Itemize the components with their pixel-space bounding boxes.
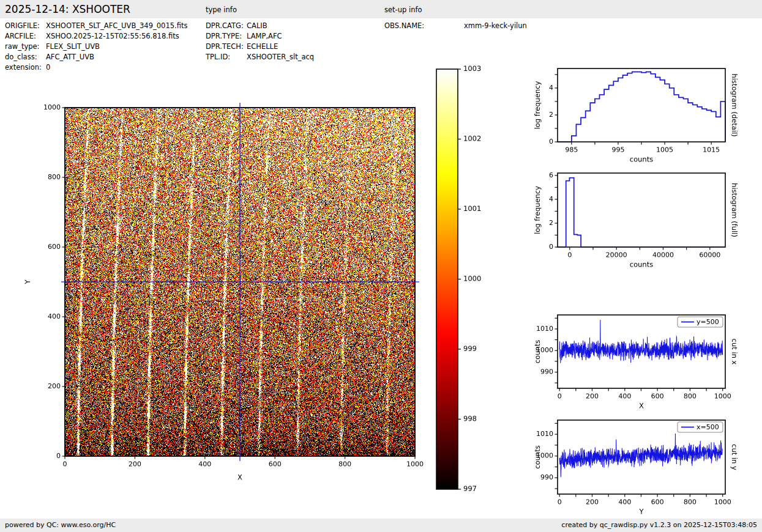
meta-row: TPL.ID:XSHOOTER_slt_acq (206, 53, 314, 61)
meta-row: OBS.NAME:xmm-9-keck-yilun (384, 21, 527, 30)
meta-value: XSHOO.2025-12-15T02:55:56.818.fits (46, 32, 179, 40)
colorbar (422, 58, 496, 498)
meta-value: XSHOOTER_SLT_AFC_UVB_349_0015.fits (46, 21, 187, 30)
meta-value: xmm-9-keck-yilun (464, 21, 527, 30)
meta-label: raw_type: (5, 42, 46, 51)
meta-row: ORIGFILE:XSHOOTER_SLT_AFC_UVB_349_0015.f… (5, 21, 187, 30)
histogram-full-plot (523, 160, 762, 273)
cut-in-x-plot (523, 302, 762, 416)
meta-row: DPR.CATG:CALIB (206, 21, 267, 30)
footer-bar: powered by QC: www.eso.org/HC created by… (0, 519, 762, 532)
meta-row: DPR.TECH:ECHELLE (206, 42, 278, 51)
meta-row: raw_type:FLEX_SLIT_UVB (5, 42, 100, 51)
meta-label: OBS.NAME: (384, 21, 464, 30)
meta-value: XSHOOTER_slt_acq (247, 53, 314, 61)
meta-label: DPR.TECH: (206, 42, 247, 51)
meta-value: AFC_ATT_UVB (46, 53, 94, 61)
meta-value: LAMP,AFC (247, 32, 282, 40)
histogram-detail-plot (523, 55, 762, 168)
meta-row: ARCFILE:XSHOO.2025-12-15T02:55:56.818.fi… (5, 32, 179, 40)
meta-value: CALIB (247, 21, 267, 30)
footer-created-by: created by qc_rawdisp.py v1.2.3 on 2025-… (561, 519, 757, 532)
meta-value: ECHELLE (247, 42, 278, 51)
meta-label: ORIGFILE: (5, 21, 46, 30)
meta-label: ARCFILE: (5, 32, 46, 40)
meta-label: extension: (5, 63, 46, 72)
meta-label: DPR.CATG: (206, 21, 247, 30)
main-image-plot (12, 86, 428, 495)
page-title: 2025-12-14: XSHOOTER (5, 0, 130, 18)
meta-value: FLEX_SLIT_UVB (46, 42, 100, 51)
header-bar: 2025-12-14: XSHOOTER type info set-up in… (0, 0, 762, 18)
meta-row: do_class:AFC_ATT_UVB (5, 53, 94, 61)
meta-row: extension:0 (5, 63, 50, 72)
meta-label: DPR.TYPE: (206, 32, 247, 40)
meta-label: TPL.ID: (206, 53, 247, 61)
meta-label: do_class: (5, 53, 46, 61)
meta-row: DPR.TYPE:LAMP,AFC (206, 32, 282, 40)
footer-powered-by: powered by QC: www.eso.org/HC (5, 519, 116, 532)
qc-report-page: 2025-12-14: XSHOOTER type info set-up in… (0, 0, 762, 532)
meta-value: 0 (46, 63, 50, 72)
section-setup-info: set-up info (384, 0, 422, 20)
section-type-info: type info (206, 0, 237, 20)
cut-in-y-plot (523, 407, 762, 519)
